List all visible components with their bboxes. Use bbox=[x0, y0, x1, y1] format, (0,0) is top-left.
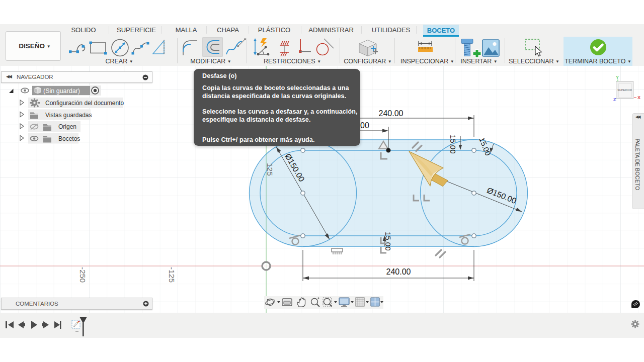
svg-text:15.00: 15.00 bbox=[384, 232, 392, 251]
svg-text:00: 00 bbox=[360, 121, 369, 130]
svg-text:-250: -250 bbox=[78, 267, 87, 283]
svg-text:125: 125 bbox=[266, 163, 274, 176]
svg-text:240.00: 240.00 bbox=[386, 267, 411, 276]
svg-text:-125: -125 bbox=[168, 267, 176, 283]
svg-text:Z: Z bbox=[613, 97, 616, 102]
svg-text:Configuración del documento: Configuración del documento bbox=[45, 100, 124, 107]
svg-text:X: X bbox=[637, 95, 640, 100]
svg-text:Vistas guardadas: Vistas guardadas bbox=[45, 112, 92, 119]
svg-text:Bocetos: Bocetos bbox=[58, 135, 80, 142]
svg-text:Y: Y bbox=[616, 75, 619, 80]
svg-text:(Sin guardar): (Sin guardar) bbox=[43, 87, 80, 95]
svg-text:Origen: Origen bbox=[58, 123, 76, 130]
svg-text:15.00: 15.00 bbox=[449, 135, 457, 154]
svg-text:240.00: 240.00 bbox=[379, 109, 404, 118]
